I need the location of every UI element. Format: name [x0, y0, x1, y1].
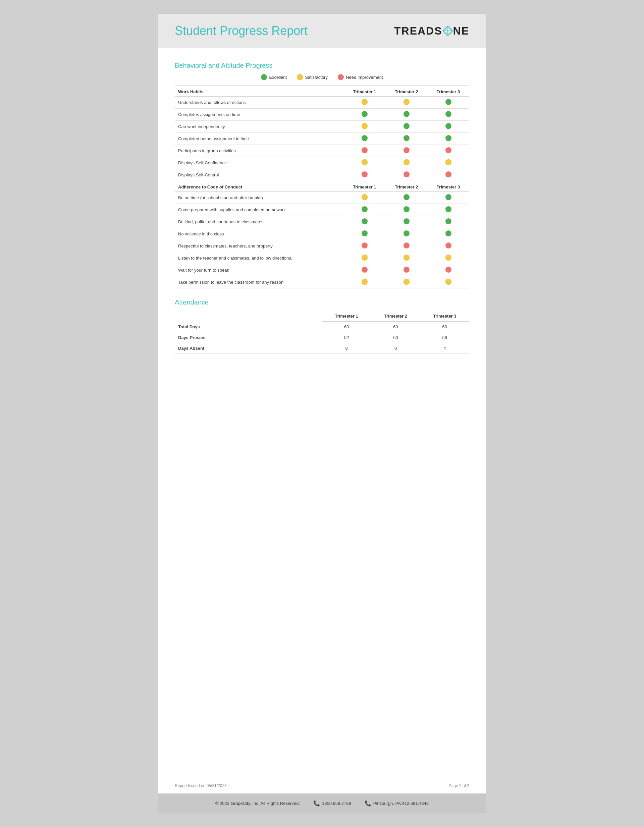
- t2-dot: [403, 123, 410, 129]
- phone-icon-1: 📞: [313, 800, 320, 807]
- t1-dot: [361, 230, 367, 236]
- att-t2-value: 60: [371, 321, 420, 332]
- att-t1-value: 8: [322, 343, 371, 354]
- conduct-t3-header: Trimester 3: [427, 181, 469, 192]
- att-t3-value: 4: [420, 343, 469, 354]
- t2-dot: [403, 111, 410, 117]
- row-label: Respectful to classmates, teachers, and …: [175, 240, 344, 252]
- work-habits-row: Can work independently: [175, 121, 469, 133]
- t3-dot: [445, 123, 452, 129]
- t3-dot: [445, 159, 452, 165]
- t1-dot-cell: [344, 157, 385, 169]
- att-t3-header: Trimester 3: [420, 311, 469, 321]
- t3-dot-cell: [427, 133, 469, 145]
- t3-dot: [445, 206, 452, 212]
- conduct-row: Respectful to classmates, teachers, and …: [175, 240, 469, 252]
- t1-dot: [361, 242, 367, 248]
- t2-dot-cell: [385, 192, 427, 204]
- legend-excellent: Excellent: [261, 74, 287, 80]
- att-t2-value: 60: [371, 332, 420, 343]
- t2-dot: [403, 159, 410, 165]
- t1-dot-cell: [344, 133, 385, 145]
- conduct-header-label: Adherence to Code of Conduct: [175, 181, 344, 192]
- attendance-table: Trimester 1 Trimester 2 Trimester 3 Tota…: [175, 311, 469, 354]
- t3-dot-cell: [427, 216, 469, 228]
- work-habits-row: Displays Self-Confidence: [175, 157, 469, 169]
- excellent-dot: [261, 74, 267, 80]
- legend-need-improvement: Need Improvement: [338, 74, 383, 80]
- page-header: Student Progress Report TREADSNE: [158, 14, 486, 48]
- conduct-row: Listen to the teacher and classmates, an…: [175, 252, 469, 264]
- t2-dot-cell: [385, 121, 427, 133]
- t3-dot: [445, 267, 452, 273]
- conduct-header-row: Adherence to Code of Conduct Trimester 1…: [175, 181, 469, 192]
- t3-dot-cell: [427, 169, 469, 181]
- t3-dot-cell: [427, 204, 469, 216]
- t3-dot-cell: [427, 157, 469, 169]
- t2-dot: [403, 135, 410, 141]
- page-title: Student Progress Report: [175, 24, 308, 38]
- t3-dot-cell: [427, 121, 469, 133]
- t1-dot: [361, 135, 367, 141]
- t2-dot: [403, 206, 410, 212]
- t3-dot: [445, 172, 452, 178]
- t2-dot: [403, 267, 410, 273]
- t3-dot-cell: [427, 252, 469, 264]
- att-t2-value: 0: [371, 343, 420, 354]
- main-content: Behavioral and Attitude Progress Excelle…: [158, 48, 486, 778]
- t3-dot: [445, 194, 452, 200]
- att-t1-header: Trimester 1: [322, 311, 371, 321]
- page-number: Page 2 of 2: [449, 783, 469, 788]
- t1-dot: [361, 159, 367, 165]
- t2-dot: [403, 254, 410, 261]
- t1-dot-cell: [344, 252, 385, 264]
- t2-dot-cell: [385, 240, 427, 252]
- t2-dot-cell: [385, 204, 427, 216]
- row-label: Completes assignments on time: [175, 109, 344, 121]
- work-habits-row: Completes assignments on time: [175, 109, 469, 121]
- t1-dot-cell: [344, 145, 385, 157]
- legend: Excellent Satisfactory Need Improvement: [175, 74, 469, 80]
- t1-dot: [361, 172, 367, 178]
- t1-dot: [361, 254, 367, 261]
- t1-dot: [361, 111, 367, 117]
- t2-dot-cell: [385, 109, 427, 121]
- t1-dot-cell: [344, 240, 385, 252]
- t2-dot: [403, 147, 410, 153]
- row-label: Understands and follows directions: [175, 97, 344, 109]
- t1-dot-cell: [344, 216, 385, 228]
- t2-dot: [403, 218, 410, 224]
- t3-dot-cell: [427, 228, 469, 240]
- attendance-section: Attendance Trimester 1 Trimester 2 Trime…: [175, 298, 469, 354]
- t1-dot-cell: [344, 169, 385, 181]
- conduct-row: Be on time (at school start and after br…: [175, 192, 469, 204]
- t3-dot-cell: [427, 276, 469, 289]
- phone-icon-2: 📞: [364, 800, 371, 807]
- t2-dot-cell: [385, 228, 427, 240]
- behavioral-section-title: Behavioral and Attitude Progress: [175, 62, 469, 69]
- row-label: Come prepared with supplies and complete…: [175, 204, 344, 216]
- work-habits-row: Understands and follows directions: [175, 97, 469, 109]
- work-habits-header-label: Work Habits: [175, 86, 344, 97]
- t1-dot: [361, 194, 367, 200]
- bottom-bar: © 2023 GrapeCity, Inc. All Rights Reserv…: [158, 793, 486, 813]
- work-habits-t1-header: Trimester 1: [344, 86, 385, 97]
- work-habits-row: Displays Self-Control: [175, 169, 469, 181]
- t2-dot: [403, 99, 410, 105]
- t2-dot-cell: [385, 97, 427, 109]
- t1-dot-cell: [344, 109, 385, 121]
- t1-dot: [361, 279, 367, 285]
- t1-dot: [361, 99, 367, 105]
- company-logo: TREADSNE: [394, 25, 469, 37]
- t3-dot: [445, 242, 452, 248]
- t2-dot: [403, 194, 410, 200]
- t2-dot-cell: [385, 264, 427, 276]
- row-label: Displays Self-Control: [175, 169, 344, 181]
- attendance-row: Days Present 52 60 56: [175, 332, 469, 343]
- att-t1-value: 52: [322, 332, 371, 343]
- t2-dot-cell: [385, 216, 427, 228]
- t1-dot-cell: [344, 97, 385, 109]
- phone-item-2: 📞 Pittsburgh, PA:412.681.4343: [364, 800, 429, 807]
- work-habits-t3-header: Trimester 3: [427, 86, 469, 97]
- t2-dot-cell: [385, 169, 427, 181]
